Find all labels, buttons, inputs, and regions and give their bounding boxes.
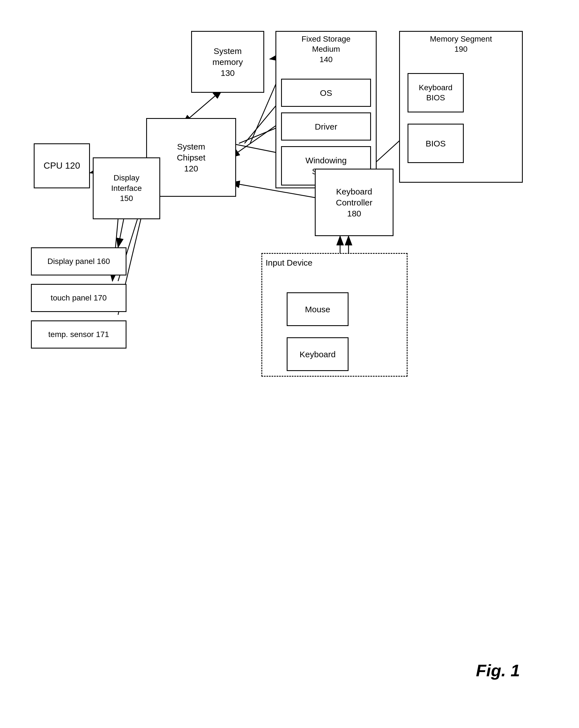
touch-panel-label: touch panel 170 (51, 293, 107, 303)
mouse-label: Mouse (305, 304, 330, 315)
display-interface-box: DisplayInterface150 (93, 157, 160, 219)
keyboard-input-box: Keyboard (287, 337, 348, 371)
display-panel-box: Display panel 160 (31, 248, 127, 276)
os-label: OS (320, 87, 332, 98)
fig-label: Fig. 1 (476, 661, 520, 680)
system-chipset-label: SystemChipset120 (177, 141, 206, 174)
temp-sensor-box: temp. sensor 171 (31, 320, 127, 348)
system-memory-box: Systemmemory130 (191, 31, 264, 93)
keyboard-controller-box: KeyboardController180 (315, 168, 394, 236)
keyboard-input-label: Keyboard (299, 349, 336, 360)
system-memory-label: Systemmemory130 (212, 46, 243, 78)
fixed-storage-title: Fixed StorageMedium140 (279, 34, 373, 64)
display-panel-label: Display panel 160 (48, 256, 110, 266)
mouse-box: Mouse (287, 292, 348, 326)
memory-segment-title: Memory Segment190 (402, 34, 520, 54)
cpu-box: CPU 120 (34, 144, 90, 188)
touch-panel-box: touch panel 170 (31, 284, 127, 312)
os-box: OS (281, 79, 371, 107)
driver-label: Driver (315, 121, 337, 132)
bios-label: BIOS (425, 138, 446, 149)
svg-line-12 (118, 219, 124, 248)
keyboard-bios-box: KeyboardBIOS (407, 73, 464, 112)
keyboard-controller-label: KeyboardController180 (336, 186, 372, 219)
diagram-container: CPU 120 SystemChipset120 Systemmemory130… (17, 17, 562, 708)
driver-box: Driver (281, 112, 371, 140)
temp-sensor-label: temp. sensor 171 (48, 330, 109, 340)
cpu-label: CPU 120 (44, 160, 80, 172)
display-interface-label: DisplayInterface150 (111, 173, 142, 204)
keyboard-bios-label: KeyboardBIOS (419, 83, 452, 103)
bios-box: BIOS (407, 124, 464, 163)
input-device-label: Input Device (266, 257, 313, 268)
